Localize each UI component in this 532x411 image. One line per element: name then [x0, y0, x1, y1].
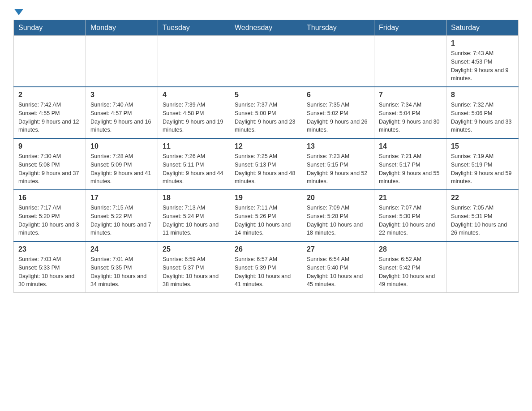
calendar-cell: [14, 36, 86, 87]
calendar-cell: 3Sunrise: 7:40 AMSunset: 4:57 PMDaylight…: [86, 87, 158, 138]
calendar-cell: [446, 241, 519, 293]
calendar-cell: 12Sunrise: 7:25 AMSunset: 5:13 PMDayligh…: [230, 138, 302, 190]
calendar-cell: 21Sunrise: 7:07 AMSunset: 5:30 PMDayligh…: [374, 190, 446, 241]
day-number: 12: [235, 142, 297, 150]
calendar-cell: 24Sunrise: 7:01 AMSunset: 5:35 PMDayligh…: [86, 241, 158, 293]
day-info: Sunrise: 7:23 AMSunset: 5:15 PMDaylight:…: [307, 152, 369, 186]
day-number: 28: [379, 245, 442, 253]
calendar-cell: [374, 36, 446, 87]
calendar-cell: 10Sunrise: 7:28 AMSunset: 5:09 PMDayligh…: [86, 138, 158, 190]
column-header-monday: Monday: [86, 20, 158, 36]
day-info: Sunrise: 7:13 AMSunset: 5:24 PMDaylight:…: [163, 204, 225, 237]
day-info: Sunrise: 7:09 AMSunset: 5:28 PMDaylight:…: [307, 204, 369, 237]
day-number: 6: [307, 91, 369, 99]
calendar-cell: [230, 36, 302, 87]
calendar-table: SundayMondayTuesdayWednesdayThursdayFrid…: [13, 20, 519, 293]
calendar-cell: 1Sunrise: 7:43 AMSunset: 4:53 PMDaylight…: [446, 36, 519, 87]
logo: [13, 9, 23, 15]
calendar-cell: 14Sunrise: 7:21 AMSunset: 5:17 PMDayligh…: [374, 138, 446, 190]
day-number: 8: [451, 91, 514, 99]
day-info: Sunrise: 7:39 AMSunset: 4:58 PMDaylight:…: [163, 101, 225, 134]
day-info: Sunrise: 7:32 AMSunset: 5:06 PMDaylight:…: [451, 101, 514, 134]
day-info: Sunrise: 7:05 AMSunset: 5:31 PMDaylight:…: [451, 204, 514, 237]
column-header-sunday: Sunday: [14, 20, 86, 36]
calendar-cell: 20Sunrise: 7:09 AMSunset: 5:28 PMDayligh…: [302, 190, 374, 241]
day-number: 4: [163, 91, 225, 99]
calendar-cell: 8Sunrise: 7:32 AMSunset: 5:06 PMDaylight…: [446, 87, 519, 138]
day-number: 5: [235, 91, 297, 99]
day-number: 15: [451, 142, 514, 150]
logo-triangle-icon: [14, 9, 23, 15]
day-info: Sunrise: 7:34 AMSunset: 5:04 PMDaylight:…: [379, 101, 442, 134]
calendar-cell: 25Sunrise: 6:59 AMSunset: 5:37 PMDayligh…: [158, 241, 230, 293]
calendar-week-row: 1Sunrise: 7:43 AMSunset: 4:53 PMDaylight…: [14, 36, 519, 87]
day-info: Sunrise: 7:15 AMSunset: 5:22 PMDaylight:…: [90, 204, 153, 237]
day-number: 2: [18, 91, 81, 99]
calendar-cell: 17Sunrise: 7:15 AMSunset: 5:22 PMDayligh…: [86, 190, 158, 241]
calendar-cell: 5Sunrise: 7:37 AMSunset: 5:00 PMDaylight…: [230, 87, 302, 138]
page-header: [13, 9, 519, 15]
calendar-week-row: 9Sunrise: 7:30 AMSunset: 5:08 PMDaylight…: [14, 138, 519, 190]
day-number: 11: [163, 142, 225, 150]
day-info: Sunrise: 7:19 AMSunset: 5:19 PMDaylight:…: [451, 152, 514, 186]
day-info: Sunrise: 7:07 AMSunset: 5:30 PMDaylight:…: [379, 204, 442, 237]
day-number: 23: [18, 245, 81, 253]
calendar-header-row: SundayMondayTuesdayWednesdayThursdayFrid…: [14, 20, 519, 36]
day-number: 7: [379, 91, 442, 99]
calendar-week-row: 2Sunrise: 7:42 AMSunset: 4:55 PMDaylight…: [14, 87, 519, 138]
day-number: 18: [163, 194, 225, 202]
calendar-cell: 28Sunrise: 6:52 AMSunset: 5:42 PMDayligh…: [374, 241, 446, 293]
day-info: Sunrise: 7:25 AMSunset: 5:13 PMDaylight:…: [235, 152, 297, 186]
day-number: 16: [18, 194, 81, 202]
day-number: 14: [379, 142, 442, 150]
day-number: 3: [90, 91, 153, 99]
day-info: Sunrise: 7:17 AMSunset: 5:20 PMDaylight:…: [18, 204, 81, 237]
calendar-cell: 16Sunrise: 7:17 AMSunset: 5:20 PMDayligh…: [14, 190, 86, 241]
calendar-cell: 22Sunrise: 7:05 AMSunset: 5:31 PMDayligh…: [446, 190, 519, 241]
day-info: Sunrise: 7:42 AMSunset: 4:55 PMDaylight:…: [18, 101, 81, 134]
day-number: 27: [307, 245, 369, 253]
calendar-week-row: 23Sunrise: 7:03 AMSunset: 5:33 PMDayligh…: [14, 241, 519, 293]
day-number: 9: [18, 142, 81, 150]
calendar-cell: 6Sunrise: 7:35 AMSunset: 5:02 PMDaylight…: [302, 87, 374, 138]
column-header-tuesday: Tuesday: [158, 20, 230, 36]
column-header-saturday: Saturday: [446, 20, 519, 36]
calendar-cell: [302, 36, 374, 87]
day-info: Sunrise: 7:11 AMSunset: 5:26 PMDaylight:…: [235, 204, 297, 237]
calendar-cell: 23Sunrise: 7:03 AMSunset: 5:33 PMDayligh…: [14, 241, 86, 293]
calendar-week-row: 16Sunrise: 7:17 AMSunset: 5:20 PMDayligh…: [14, 190, 519, 241]
calendar-cell: 2Sunrise: 7:42 AMSunset: 4:55 PMDaylight…: [14, 87, 86, 138]
day-info: Sunrise: 6:57 AMSunset: 5:39 PMDaylight:…: [235, 255, 297, 289]
day-info: Sunrise: 7:43 AMSunset: 4:53 PMDaylight:…: [451, 49, 514, 83]
calendar-cell: 7Sunrise: 7:34 AMSunset: 5:04 PMDaylight…: [374, 87, 446, 138]
column-header-friday: Friday: [374, 20, 446, 36]
day-info: Sunrise: 7:01 AMSunset: 5:35 PMDaylight:…: [90, 255, 153, 289]
calendar-cell: 26Sunrise: 6:57 AMSunset: 5:39 PMDayligh…: [230, 241, 302, 293]
calendar-cell: 4Sunrise: 7:39 AMSunset: 4:58 PMDaylight…: [158, 87, 230, 138]
column-header-wednesday: Wednesday: [230, 20, 302, 36]
day-info: Sunrise: 6:54 AMSunset: 5:40 PMDaylight:…: [307, 255, 369, 289]
day-number: 1: [451, 39, 514, 47]
day-number: 10: [90, 142, 153, 150]
day-info: Sunrise: 7:37 AMSunset: 5:00 PMDaylight:…: [235, 101, 297, 134]
calendar-cell: 11Sunrise: 7:26 AMSunset: 5:11 PMDayligh…: [158, 138, 230, 190]
day-number: 22: [451, 194, 514, 202]
day-info: Sunrise: 6:59 AMSunset: 5:37 PMDaylight:…: [163, 255, 225, 289]
day-info: Sunrise: 7:40 AMSunset: 4:57 PMDaylight:…: [90, 101, 153, 134]
calendar-cell: 15Sunrise: 7:19 AMSunset: 5:19 PMDayligh…: [446, 138, 519, 190]
calendar-cell: 27Sunrise: 6:54 AMSunset: 5:40 PMDayligh…: [302, 241, 374, 293]
calendar-cell: 13Sunrise: 7:23 AMSunset: 5:15 PMDayligh…: [302, 138, 374, 190]
column-header-thursday: Thursday: [302, 20, 374, 36]
day-info: Sunrise: 7:21 AMSunset: 5:17 PMDaylight:…: [379, 152, 442, 186]
day-number: 19: [235, 194, 297, 202]
day-info: Sunrise: 7:03 AMSunset: 5:33 PMDaylight:…: [18, 255, 81, 289]
calendar-cell: [86, 36, 158, 87]
day-number: 21: [379, 194, 442, 202]
calendar-cell: 18Sunrise: 7:13 AMSunset: 5:24 PMDayligh…: [158, 190, 230, 241]
day-info: Sunrise: 6:52 AMSunset: 5:42 PMDaylight:…: [379, 255, 442, 289]
day-number: 20: [307, 194, 369, 202]
day-info: Sunrise: 7:35 AMSunset: 5:02 PMDaylight:…: [307, 101, 369, 134]
day-info: Sunrise: 7:30 AMSunset: 5:08 PMDaylight:…: [18, 152, 81, 186]
day-info: Sunrise: 7:28 AMSunset: 5:09 PMDaylight:…: [90, 152, 153, 186]
day-number: 13: [307, 142, 369, 150]
